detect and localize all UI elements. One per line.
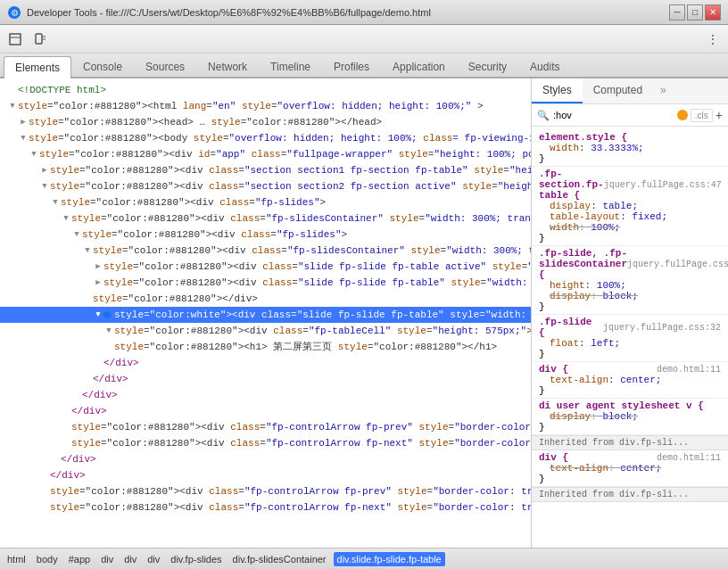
titlebar-icon: ⚙ xyxy=(7,5,21,20)
dom-line[interactable]: <!DOCTYPE html> xyxy=(0,82,531,98)
styles-panel: Styles Computed » 🔍 .cls + element.style… xyxy=(532,78,728,548)
breadcrumb-item[interactable]: #app xyxy=(65,552,94,566)
triangle-icon[interactable] xyxy=(71,229,82,240)
svg-rect-2 xyxy=(10,34,21,45)
breadcrumb-item[interactable]: div xyxy=(120,552,140,566)
filter-plus[interactable]: + xyxy=(716,108,723,122)
triangle-icon[interactable] xyxy=(93,277,103,288)
inspect-button[interactable] xyxy=(4,28,27,51)
dom-line-content: style="color:#881280"><div id="app" clas… xyxy=(39,147,532,161)
tab-sources[interactable]: Sources xyxy=(134,55,196,77)
breadcrumb-item[interactable]: html xyxy=(4,552,29,566)
rule-property[interactable]: float: left; xyxy=(539,338,721,349)
filter-cls[interactable]: .cls xyxy=(691,109,713,122)
breadcrumb-item[interactable]: div.fp-slides xyxy=(167,552,225,566)
dom-line[interactable]: style="color:#881280"><div class="sectio… xyxy=(0,162,531,178)
triangle-icon[interactable] xyxy=(18,133,29,144)
dom-line[interactable]: style="color:#881280"><div class="fp-sli… xyxy=(0,243,531,259)
dom-line[interactable]: </div> xyxy=(0,387,531,403)
rule-property[interactable]: display: block; xyxy=(539,411,721,422)
style-rule: div {demo.html:11text-align: center;} xyxy=(532,450,728,487)
dom-line[interactable]: style="color:#881280"><div class="fp-con… xyxy=(0,419,531,435)
dom-line[interactable]: style="color:#881280"><div class="fp-tab… xyxy=(0,323,531,339)
triangle-icon xyxy=(39,470,50,481)
rule-property[interactable]: width: 33.3333%; xyxy=(539,143,721,153)
styles-rules[interactable]: element.style {width: 33.3333%;}.fp-sect… xyxy=(532,127,728,548)
breadcrumb-item[interactable]: div.fp-slidesContainer xyxy=(229,552,330,566)
triangle-icon[interactable] xyxy=(29,149,39,160)
rule-property[interactable]: table-layout: fixed; xyxy=(539,211,721,222)
triangle-icon[interactable] xyxy=(18,117,29,128)
triangle-icon[interactable] xyxy=(61,213,71,224)
dom-panel[interactable]: <!DOCTYPE html>style="color:#881280"><ht… xyxy=(0,78,532,548)
dom-line[interactable]: style="color:#881280"><h1> 第二屏第三页 style=… xyxy=(0,339,531,355)
dom-line[interactable]: style="color:#881280"><div class="fp-sli… xyxy=(0,194,531,210)
dom-line[interactable]: style="color:#881280"><div class="fp-sli… xyxy=(0,210,531,227)
device-button[interactable] xyxy=(29,28,52,51)
tab-console[interactable]: Console xyxy=(71,55,134,77)
tab-computed[interactable]: Computed xyxy=(583,78,653,103)
dom-line-content: style="color:#881280"><div class="fp-sli… xyxy=(82,227,347,242)
dom-line[interactable]: style="color:#881280"><div class="fp-con… xyxy=(0,499,531,515)
more-button[interactable]: ⋮ xyxy=(701,28,724,51)
dom-line[interactable]: </div> xyxy=(0,403,531,419)
rule-source: jquery.fullPage.css:47 xyxy=(604,180,722,190)
dom-line[interactable]: style="color:#881280"><div class="fp-sli… xyxy=(0,227,531,243)
triangle-icon[interactable] xyxy=(93,309,103,320)
triangle-icon[interactable] xyxy=(82,245,93,256)
triangle-icon[interactable] xyxy=(7,101,18,111)
tab-elements[interactable]: Elements xyxy=(4,56,71,78)
triangle-icon[interactable] xyxy=(39,165,50,176)
dom-line[interactable]: </div> xyxy=(0,371,531,387)
rule-property[interactable]: height: 100%; xyxy=(539,280,721,291)
triangle-icon[interactable] xyxy=(103,326,114,336)
breadcrumb-item[interactable]: div xyxy=(144,552,163,566)
styles-filter: 🔍 .cls + xyxy=(532,104,728,127)
tab-styles[interactable]: Styles xyxy=(532,78,583,103)
rule-property[interactable]: width: 100%; xyxy=(539,222,721,233)
styles-tab-more[interactable]: » xyxy=(653,78,674,103)
minimize-button[interactable]: ─ xyxy=(669,4,685,21)
dom-line-content: style="color:#881280"><div class="slide … xyxy=(103,276,532,290)
tab-timeline[interactable]: Timeline xyxy=(259,55,322,77)
tab-network[interactable]: Network xyxy=(196,55,259,77)
close-button[interactable]: ✕ xyxy=(705,4,721,21)
dom-line[interactable]: </div> xyxy=(0,467,531,483)
titlebar-title: Developer Tools - file:///C:/Users/wt/De… xyxy=(27,7,669,18)
dom-line[interactable]: style="color:#881280"><div class="sectio… xyxy=(0,178,531,194)
filter-input[interactable] xyxy=(553,110,674,120)
breadcrumb-item[interactable]: body xyxy=(33,552,62,566)
tab-security[interactable]: Security xyxy=(457,55,518,77)
dom-line[interactable]: style="color:#881280"><head> … style="co… xyxy=(0,114,531,130)
triangle-icon[interactable] xyxy=(39,181,50,192)
triangle-icon xyxy=(7,85,18,95)
dom-line[interactable]: style="color:#881280"><div id="app" clas… xyxy=(0,146,531,162)
breadcrumb-item[interactable]: div xyxy=(97,552,117,566)
dom-line-content: style="color:#881280"><body style="overf… xyxy=(29,131,532,145)
rule-property[interactable]: text-align: center; xyxy=(539,375,721,385)
maximize-button[interactable]: □ xyxy=(687,4,703,21)
triangle-icon xyxy=(82,293,93,304)
dom-line[interactable]: </div> xyxy=(0,451,531,467)
dom-line[interactable]: style="color:#881280"><html lang="en" st… xyxy=(0,98,531,114)
rule-property[interactable]: text-align: center; xyxy=(539,463,721,474)
triangle-icon[interactable] xyxy=(93,261,103,272)
rule-property[interactable]: display: block; xyxy=(539,291,721,301)
dom-line[interactable]: style="color:#881280"></div> xyxy=(0,291,531,307)
toolbar: ⋮ xyxy=(0,25,728,54)
dom-line[interactable]: style="color:#881280"><div class="slide … xyxy=(0,275,531,291)
dom-line[interactable]: </div> xyxy=(0,355,531,371)
breadcrumb-item[interactable]: div.slide.fp-slide.fp-table xyxy=(334,552,445,566)
tab-audits[interactable]: Audits xyxy=(518,55,571,77)
dom-line[interactable]: style="color:#881280"><div class="fp-con… xyxy=(0,483,531,499)
dom-line[interactable]: style="color:#881280"><body style="overf… xyxy=(0,130,531,146)
dom-line[interactable]: style="color:white"><div class="slide fp… xyxy=(0,307,531,323)
dom-line[interactable]: style="color:#881280"><div class="slide … xyxy=(0,259,531,275)
filter-dot xyxy=(677,110,688,120)
dom-line[interactable]: style="color:#881280"><div class="fp-con… xyxy=(0,435,531,451)
tab-application[interactable]: Application xyxy=(381,55,457,77)
tab-profiles[interactable]: Profiles xyxy=(322,55,381,77)
rule-property[interactable]: display: table; xyxy=(539,201,721,211)
dom-line-content: style="color:#881280"><div class="fp-sli… xyxy=(61,195,326,210)
triangle-icon[interactable] xyxy=(50,197,61,208)
